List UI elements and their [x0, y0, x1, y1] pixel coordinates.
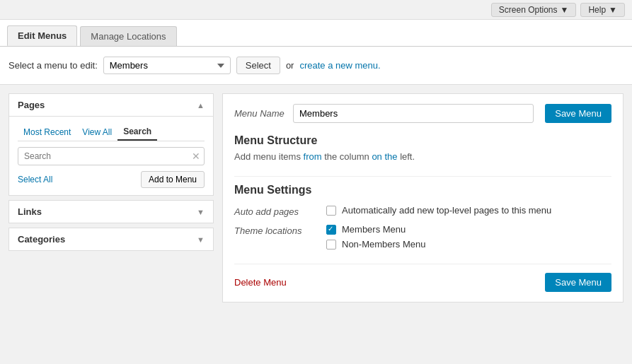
- menu-name-row: Menu Name Save Menu: [234, 104, 611, 123]
- pages-tabs: Most Recent View All Search: [18, 124, 205, 141]
- tab-view-all[interactable]: View All: [76, 124, 117, 141]
- pages-chevron-icon: ▲: [197, 101, 205, 110]
- tab-manage-locations[interactable]: Manage Locations: [80, 26, 176, 46]
- screen-options-button[interactable]: Screen Options ▼: [491, 3, 577, 17]
- highlight-on-the: on the: [372, 151, 397, 162]
- links-accordion-header[interactable]: Links ▼: [9, 201, 213, 223]
- members-menu-row: Members Menu: [326, 224, 426, 235]
- members-menu-label: Members Menu: [342, 224, 406, 235]
- screen-options-label: Screen Options: [499, 5, 558, 15]
- help-chevron: ▼: [609, 5, 617, 15]
- pages-accordion-footer: Select All Add to Menu: [18, 171, 205, 188]
- theme-locations-content: Members Menu Non-Members Menu: [326, 224, 426, 249]
- pages-accordion-header[interactable]: Pages ▲: [9, 94, 213, 117]
- tab-most-recent[interactable]: Most Recent: [18, 124, 76, 141]
- non-members-menu-checkbox[interactable]: [326, 240, 336, 249]
- create-new-menu-link[interactable]: create a new menu.: [299, 60, 380, 71]
- help-label: Help: [588, 5, 606, 15]
- select-all-link[interactable]: Select All: [18, 175, 52, 184]
- save-menu-top-button[interactable]: Save Menu: [545, 104, 611, 123]
- save-menu-bottom-button[interactable]: Save Menu: [545, 273, 611, 292]
- top-bar: Screen Options ▼ Help ▼: [0, 0, 632, 20]
- structure-title: Menu Structure: [234, 134, 611, 147]
- highlight-from: from: [304, 151, 322, 162]
- tab-bar: Edit Menus Manage Locations: [0, 20, 632, 47]
- auto-add-content: Automatically add new top-level pages to…: [326, 205, 551, 216]
- links-title: Links: [18, 206, 42, 217]
- pages-search-input[interactable]: [18, 147, 205, 165]
- add-to-menu-button[interactable]: Add to Menu: [141, 171, 205, 188]
- tab-search[interactable]: Search: [117, 124, 157, 141]
- left-panel: Pages ▲ Most Recent View All Search: [8, 93, 214, 251]
- non-members-menu-row: Non-Members Menu: [326, 239, 426, 249]
- tab-edit-menus[interactable]: Edit Menus: [7, 25, 77, 46]
- categories-accordion: Categories ▼: [8, 228, 214, 251]
- or-text: or: [286, 60, 294, 71]
- categories-chevron-icon: ▼: [197, 235, 205, 244]
- auto-add-checkbox[interactable]: [326, 206, 336, 216]
- links-accordion: Links ▼: [8, 200, 214, 223]
- auto-add-inline: Automatically add new top-level pages to…: [326, 205, 551, 216]
- auto-add-row: Auto add pages Automatically add new top…: [234, 205, 611, 217]
- theme-locations-row: Theme locations Members Menu Non-Members…: [234, 224, 611, 249]
- members-menu-checkbox[interactable]: [326, 225, 336, 235]
- right-panel: Menu Name Save Menu Menu Structure Add m…: [222, 93, 624, 303]
- search-clear-icon[interactable]: ✕: [192, 151, 200, 162]
- pages-accordion: Pages ▲ Most Recent View All Search: [8, 93, 214, 196]
- auto-add-desc: Automatically add new top-level pages to…: [342, 205, 551, 216]
- categories-accordion-header[interactable]: Categories ▼: [9, 228, 213, 250]
- menu-structure-section: Menu Structure Add menu items from the c…: [234, 134, 611, 162]
- screen-options-chevron: ▼: [561, 5, 569, 15]
- main-layout: Pages ▲ Most Recent View All Search: [0, 85, 632, 311]
- bottom-row: Delete Menu Save Menu: [234, 264, 611, 292]
- menu-settings-section: Menu Settings Auto add pages Automatical…: [234, 176, 611, 249]
- links-chevron-icon: ▼: [197, 208, 205, 216]
- settings-title: Menu Settings: [234, 176, 611, 196]
- select-button[interactable]: Select: [236, 57, 280, 74]
- theme-locations-label: Theme locations: [234, 224, 326, 236]
- menu-name-label: Menu Name: [234, 108, 285, 119]
- non-members-menu-label: Non-Members Menu: [342, 239, 426, 249]
- structure-desc: Add menu items from the column on the le…: [234, 151, 611, 162]
- auto-add-label: Auto add pages: [234, 205, 326, 217]
- select-bar: Select a menu to edit: Members Select or…: [0, 47, 632, 85]
- help-button[interactable]: Help ▼: [580, 3, 625, 17]
- search-wrapper: ✕: [18, 147, 205, 165]
- select-menu-label: Select a menu to edit:: [8, 60, 98, 71]
- delete-menu-link[interactable]: Delete Menu: [234, 277, 287, 288]
- pages-accordion-body: Most Recent View All Search ✕ Select All…: [9, 117, 213, 195]
- menu-select[interactable]: Members: [103, 57, 231, 74]
- menu-name-input[interactable]: [293, 104, 534, 123]
- categories-title: Categories: [18, 234, 65, 245]
- pages-title: Pages: [18, 100, 45, 110]
